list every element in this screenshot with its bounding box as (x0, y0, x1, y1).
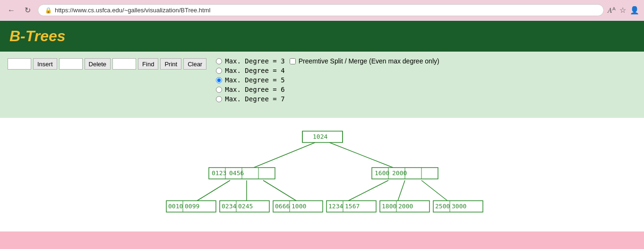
preemptive-label: Preemtive Split / Merge (Even max degree… (299, 57, 439, 65)
leaf6-val2: 3000 (452, 203, 466, 210)
leaf4-val2: 1567 (345, 203, 360, 210)
right-to-rm-line (398, 180, 405, 201)
controls-bar: Insert Delete Find Print Clear Max. Degr… (0, 52, 644, 118)
left-val1: 0123 (212, 169, 226, 177)
back-button[interactable]: ← (5, 4, 18, 17)
clear-button[interactable]: Clear (183, 58, 206, 70)
star-button[interactable]: ☆ (619, 6, 626, 15)
find-input[interactable] (112, 58, 136, 70)
root-value: 1024 (313, 133, 327, 140)
print-button[interactable]: Print (160, 58, 181, 70)
degree-7-label: Max. Degree = 7 (225, 95, 284, 103)
input-group: Insert Delete Find Print Clear (8, 56, 206, 70)
profile-button[interactable]: 👤 (630, 6, 639, 15)
degree-5-radio[interactable] (216, 77, 222, 83)
browser-actions: 𝐴ᴬ ☆ 👤 (608, 6, 639, 15)
leaf1-val1: 0010 (168, 203, 183, 210)
app-header: B-Trees (0, 21, 644, 52)
left-val2: 0456 (229, 169, 244, 177)
leaf6-val1: 2500 (435, 203, 450, 210)
preemptive-checkbox-row: Preemtive Split / Merge (Even max degree… (290, 56, 439, 65)
insert-input[interactable] (8, 58, 31, 70)
root-to-left-line (254, 142, 315, 168)
leaf3-val2: 1000 (292, 203, 306, 210)
degree-5-label: Max. Degree = 5 (225, 76, 284, 84)
degree-7-radio[interactable] (216, 96, 222, 102)
url-text: https://www.cs.usfca.edu/~galles/visuali… (55, 7, 210, 14)
app-title: B-Trees (9, 27, 66, 44)
leaf1-val2: 0099 (185, 203, 199, 210)
url-bar[interactable]: 🔒 https://www.cs.usfca.edu/~galles/visua… (38, 4, 604, 16)
leaf5-val1: 1800 (382, 203, 396, 210)
left-to-lr-line (263, 180, 296, 201)
degree-3-radio[interactable] (216, 58, 222, 64)
tree-area: 1024 0123 0456 1600 2000 0010 0099 (0, 118, 644, 231)
degree-4-row: Max. Degree = 4 (216, 67, 284, 74)
right-to-rr-line (421, 180, 447, 201)
leaf3-val1: 0666 (275, 203, 290, 210)
tree-svg: 1024 0123 0456 1600 2000 0010 0099 (157, 123, 488, 222)
degree-3-row: Max. Degree = 3 (216, 57, 284, 65)
degree-6-label: Max. Degree = 6 (225, 86, 284, 93)
tree-svg-container: 1024 0123 0456 1600 2000 0010 0099 (5, 123, 639, 222)
delete-button[interactable]: Delete (85, 58, 111, 70)
degree-7-row: Max. Degree = 7 (216, 95, 284, 103)
find-button[interactable]: Find (138, 58, 158, 70)
degree-3-label: Max. Degree = 3 (225, 57, 284, 65)
degree-6-radio[interactable] (216, 87, 222, 93)
degree-4-radio[interactable] (216, 68, 222, 74)
delete-input[interactable] (59, 58, 83, 70)
nav-buttons[interactable]: ← ↻ (5, 4, 34, 17)
left-to-ll-line (197, 180, 230, 201)
leaf2-val1: 0234 (222, 203, 236, 210)
leaf2-val2: 0245 (238, 203, 253, 210)
leaf4-val1: 1234 (328, 203, 343, 210)
font-size-button[interactable]: 𝐴ᴬ (608, 6, 616, 15)
browser-chrome: ← ↻ 🔒 https://www.cs.usfca.edu/~galles/v… (0, 0, 644, 21)
right-val1: 1600 (375, 169, 389, 177)
degree-4-label: Max. Degree = 4 (225, 67, 284, 74)
preemptive-checkbox[interactable] (290, 58, 296, 64)
leaf5-val2: 2000 (398, 203, 413, 210)
root-to-right-line (329, 142, 393, 168)
right-to-rl-line (348, 180, 388, 201)
refresh-button[interactable]: ↻ (21, 4, 34, 17)
insert-button[interactable]: Insert (33, 58, 57, 70)
degree-radio-group: Max. Degree = 3 Max. Degree = 4 Max. Deg… (216, 56, 284, 103)
right-val2: 2000 (392, 169, 407, 177)
lock-icon: 🔒 (45, 7, 52, 14)
degree-6-row: Max. Degree = 6 (216, 86, 284, 93)
degree-5-row: Max. Degree = 5 (216, 76, 284, 84)
